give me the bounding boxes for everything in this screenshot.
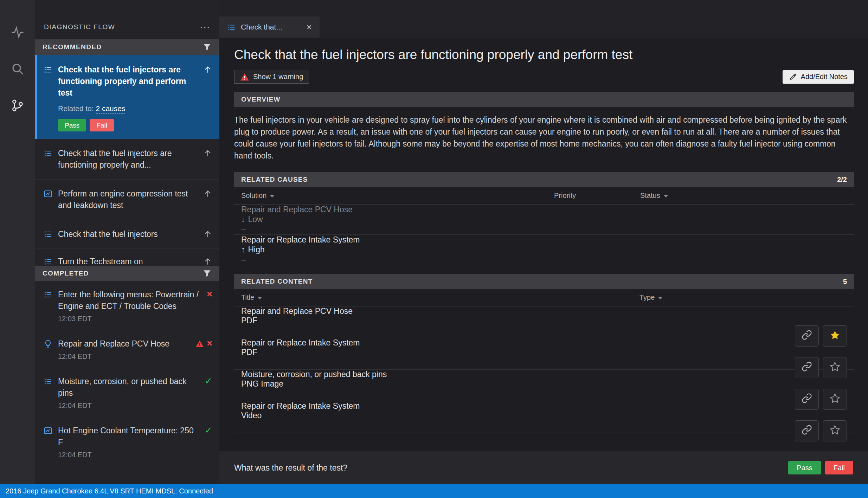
flow-step[interactable]: Check that the fuel injectors are functi… bbox=[35, 139, 219, 180]
flow-step[interactable]: Perform an engine compression test and l… bbox=[35, 180, 219, 220]
activity-icon bbox=[11, 25, 25, 41]
completed-step[interactable]: Hot Engine Coolant Temperature: 250 F 12… bbox=[35, 417, 219, 466]
open-link-button[interactable] bbox=[795, 420, 819, 441]
flow-step-title: Perform an engine compression test and l… bbox=[58, 188, 198, 211]
show-warning-label: Show 1 warning bbox=[253, 73, 303, 81]
show-warning-button[interactable]: Show 1 warning bbox=[234, 70, 309, 84]
measurement-icon bbox=[43, 426, 53, 435]
content-title: Repair or Replace Intake System bbox=[241, 401, 847, 411]
favorite-button[interactable] bbox=[823, 420, 847, 441]
filter-icon[interactable] bbox=[202, 43, 212, 52]
sort-status-header[interactable]: Status bbox=[640, 192, 847, 200]
add-edit-notes-button[interactable]: Add/Edit Notes bbox=[783, 70, 854, 84]
content-type: PDF bbox=[241, 316, 847, 325]
warning-triangle-icon bbox=[195, 339, 204, 348]
completed-step[interactable]: Moisture, corrosion, or pushed back pins… bbox=[35, 368, 219, 417]
panel-header: DIAGNOSTIC FLOW ⋯ bbox=[35, 0, 219, 39]
recommended-label: RECOMMENDED bbox=[43, 43, 102, 51]
flow-step[interactable]: Turn the Techstream on bbox=[35, 249, 219, 266]
fail-button[interactable]: Fail bbox=[825, 461, 853, 474]
solution-column-label: Solution bbox=[241, 192, 266, 200]
checklist-icon bbox=[227, 23, 236, 32]
flow-branch-icon bbox=[11, 98, 25, 114]
completed-step-time: 12:04 EDT bbox=[58, 451, 199, 459]
related-content-label: RELATED CONTENT bbox=[241, 278, 313, 285]
star-outline-icon bbox=[830, 425, 840, 437]
sort-type-header[interactable]: Type bbox=[639, 293, 794, 302]
filter-icon[interactable] bbox=[202, 269, 212, 278]
panel-menu-button[interactable]: ⋯ bbox=[200, 24, 210, 31]
completed-step-body: Repair and Replace PCV Hose 12:04 EDT bbox=[58, 338, 190, 361]
content-area: Check that the fuel injectors are functi… bbox=[219, 38, 868, 451]
main-row: DIAGNOSTIC FLOW ⋯ RECOMMENDED Check that… bbox=[0, 0, 868, 484]
arrow-up-icon bbox=[203, 149, 212, 158]
content-row[interactable]: Moisture, corrosion, or pushed back pins… bbox=[234, 370, 854, 401]
causes-table-header: Solution Priority Status bbox=[234, 187, 854, 205]
cause-row[interactable]: Repair or Replace Intake System ↑ High – bbox=[234, 235, 854, 265]
content-row-actions bbox=[241, 420, 847, 441]
search-nav-button[interactable] bbox=[9, 61, 26, 78]
completed-step-title: Repair and Replace PCV Hose bbox=[58, 339, 169, 348]
completed-step[interactable]: Enter the following menus: Powertrain / … bbox=[35, 281, 219, 330]
completed-step-body: Moisture, corrosion, or pushed back pins… bbox=[58, 376, 199, 410]
vehicle-connection-status: 2016 Jeep Grand Cherokee 6.4L V8 SRT HEM… bbox=[6, 487, 213, 495]
test-result-bar: What was the result of the test? Pass Fa… bbox=[219, 451, 868, 484]
cause-row[interactable]: Repair and Replace PCV Hose ↓ Low – bbox=[234, 205, 854, 235]
content-row[interactable]: Repair and Replace PCV Hose PDF bbox=[234, 306, 854, 338]
tab-label: Check that... bbox=[241, 23, 302, 31]
completed-step-body: Enter the following menus: Powertrain / … bbox=[58, 289, 201, 323]
checklist-icon bbox=[43, 377, 53, 386]
pass-check-icon: ✓ bbox=[205, 376, 212, 386]
warning-triangle-icon bbox=[240, 72, 249, 82]
related-causes-label: RELATED CAUSES bbox=[241, 176, 308, 183]
checklist-icon bbox=[43, 290, 53, 299]
content-row[interactable]: Repair or Replace Intake System PDF bbox=[234, 338, 854, 370]
flow-step[interactable]: Check that the fuel injectors bbox=[35, 220, 219, 249]
flow-step-selected[interactable]: Check that the fuel injectors are functi… bbox=[35, 55, 219, 139]
status-bar: 2016 Jeep Grand Cherokee 6.4L V8 SRT HEM… bbox=[0, 484, 868, 498]
priority-column-label: Priority bbox=[554, 192, 640, 200]
checklist-icon bbox=[43, 257, 53, 266]
activity-nav-button[interactable] bbox=[9, 25, 26, 41]
diagnostic-flow-nav-button[interactable] bbox=[9, 98, 26, 115]
completed-label: COMPLETED bbox=[43, 270, 89, 277]
sort-solution-header[interactable]: Solution bbox=[241, 192, 554, 200]
completed-step[interactable]: Repair and Replace PCV Hose 12:04 EDT × bbox=[35, 330, 219, 368]
tab-close-icon[interactable]: × bbox=[307, 23, 312, 31]
related-to-label: Related to: bbox=[58, 104, 94, 112]
priority-down-icon: ↓ bbox=[241, 215, 245, 224]
content-row[interactable]: Repair or Replace Intake System Video bbox=[234, 401, 854, 433]
completed-step-status: ✓ bbox=[205, 376, 212, 410]
search-icon bbox=[11, 62, 25, 77]
content-table-header: Title Type bbox=[234, 289, 854, 306]
content-type: Video bbox=[241, 411, 847, 420]
completed-section-header: COMPLETED bbox=[35, 266, 219, 281]
arrow-up-icon bbox=[203, 257, 212, 266]
completed-step-title: Hot Engine Coolant Temperature: 250 F bbox=[58, 426, 194, 447]
related-to-row: Related to: 2 causes bbox=[58, 104, 212, 113]
fail-x-icon: × bbox=[207, 290, 212, 299]
recommended-section-header: RECOMMENDED bbox=[35, 39, 219, 55]
tab-check-that[interactable]: Check that... × bbox=[219, 17, 320, 38]
content-title: Repair or Replace Intake System bbox=[241, 338, 847, 348]
cause-status: – bbox=[241, 255, 847, 264]
priority-label: Low bbox=[248, 215, 263, 224]
completed-step-time: 12:03 EDT bbox=[58, 315, 201, 323]
actions-row: Show 1 warning Add/Edit Notes bbox=[234, 70, 854, 84]
completed-step-title: Enter the following menus: Powertrain / … bbox=[58, 290, 199, 311]
main-column: Check that... × Check that the fuel inje… bbox=[219, 0, 868, 484]
step-fail-button[interactable]: Fail bbox=[90, 119, 114, 131]
cause-priority: ↓ Low bbox=[241, 215, 847, 224]
completed-step-status: ✓ bbox=[205, 426, 212, 459]
cause-status: – bbox=[241, 225, 847, 234]
title-column-label: Title bbox=[241, 293, 254, 302]
arrow-up-icon bbox=[203, 65, 212, 74]
related-content-count: 5 bbox=[843, 278, 847, 286]
step-pass-button[interactable]: Pass bbox=[58, 119, 86, 131]
pass-button[interactable]: Pass bbox=[788, 461, 821, 474]
arrow-up-icon bbox=[203, 189, 212, 198]
related-causes-link[interactable]: 2 causes bbox=[96, 104, 125, 114]
completed-step-body: Hot Engine Coolant Temperature: 250 F 12… bbox=[58, 425, 199, 459]
sort-title-header[interactable]: Title bbox=[241, 293, 639, 302]
tab-strip bbox=[219, 0, 868, 17]
